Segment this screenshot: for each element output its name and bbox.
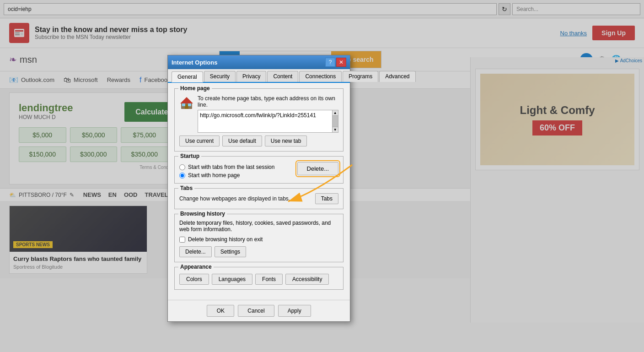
browsing-history-section: Browsing history Delete temporary files,…: [174, 214, 343, 262]
tabs-section: Tabs Change how webpages are displayed i…: [174, 188, 343, 209]
fonts-button[interactable]: Fonts: [255, 274, 283, 285]
appearance-buttons: Colors Languages Fonts Accessibility: [179, 274, 338, 285]
tab-connections[interactable]: Connections: [299, 71, 342, 82]
tab-advanced[interactable]: Advanced: [379, 71, 415, 82]
cancel-button[interactable]: Cancel: [238, 305, 274, 317]
svg-rect-8: [182, 103, 185, 106]
use-default-button[interactable]: Use default: [222, 135, 262, 146]
startup-delete-button[interactable]: Delete...: [297, 162, 338, 175]
dialog-main-content: Home page To create home page tabs, type…: [168, 83, 350, 300]
languages-button[interactable]: Languages: [212, 274, 252, 285]
tab-programs[interactable]: Programs: [343, 71, 378, 82]
dialog-controls: ? ✕: [325, 58, 346, 67]
dialog-title: Internet Options: [172, 59, 217, 66]
history-buttons: Delete... Settings: [179, 246, 338, 257]
tab-general[interactable]: General: [172, 71, 203, 82]
appearance-section: Appearance Colors Languages Fonts Access…: [174, 267, 343, 290]
url-scrollbar: ▲ ▼: [333, 110, 338, 133]
home-page-section-title: Home page: [178, 85, 212, 92]
dialog-close-button[interactable]: ✕: [336, 58, 346, 67]
history-settings-button[interactable]: Settings: [215, 246, 246, 257]
dialog-titlebar: Internet Options ? ✕: [168, 55, 350, 69]
dialog-overlay: Internet Options ? ✕ General Security Pr…: [0, 0, 644, 352]
tabs-description: Change how webpages are displayed in tab…: [179, 195, 290, 202]
svg-marker-6: [180, 97, 193, 103]
dialog-tabs: General Security Privacy Content Connect…: [168, 69, 350, 83]
history-delete-button[interactable]: Delete...: [179, 246, 212, 257]
startup-radios: Start with tabs from the last session St…: [179, 162, 274, 179]
startup-home-radio[interactable]: [179, 173, 185, 179]
ok-button[interactable]: OK: [207, 305, 234, 317]
scroll-up[interactable]: ▲: [333, 110, 338, 116]
tabs-section-title: Tabs: [178, 185, 194, 191]
use-new-tab-button[interactable]: Use new tab: [265, 135, 307, 146]
browsing-history-section-title: Browsing history: [178, 211, 227, 217]
homepage-text-area: To create home page tabs, type each addr…: [198, 95, 338, 133]
tabs-button[interactable]: Tabs: [315, 193, 338, 204]
homepage-inner: To create home page tabs, type each addr…: [179, 95, 338, 133]
svg-rect-9: [188, 103, 191, 106]
scroll-down[interactable]: ▼: [333, 127, 338, 132]
homepage-description: To create home page tabs, type each addr…: [198, 95, 338, 108]
dialog-footer: OK Cancel Apply: [168, 300, 350, 321]
home-icon: [179, 95, 194, 111]
startup-tabs-option[interactable]: Start with tabs from the last session: [179, 164, 274, 170]
homepage-url-wrapper: http://go.microsoft.com/fwlink/p/?LinkId…: [198, 110, 338, 133]
scroll-thumb: [333, 116, 338, 127]
startup-section: Startup Start with tabs from the last se…: [174, 156, 343, 184]
tab-content[interactable]: Content: [267, 71, 298, 82]
apply-button[interactable]: Apply: [278, 305, 311, 317]
homepage-url-input[interactable]: http://go.microsoft.com/fwlink/p/?LinkId…: [198, 110, 333, 133]
delete-on-exit-label: Delete browsing history on exit: [188, 236, 263, 243]
tab-privacy[interactable]: Privacy: [236, 71, 266, 82]
browsing-history-inner: Delete temporary files, history, cookies…: [179, 220, 338, 257]
appearance-section-title: Appearance: [178, 264, 214, 270]
homepage-buttons: Use current Use default Use new tab: [179, 135, 338, 146]
internet-options-dialog: Internet Options ? ✕ General Security Pr…: [167, 55, 350, 322]
tab-security[interactable]: Security: [204, 71, 236, 82]
startup-inner: Start with tabs from the last session St…: [179, 162, 338, 179]
accessibility-button[interactable]: Accessibility: [285, 274, 329, 285]
tabs-row: Change how webpages are displayed in tab…: [179, 193, 338, 204]
use-current-button[interactable]: Use current: [179, 135, 220, 146]
home-page-section: Home page To create home page tabs, type…: [174, 88, 343, 152]
dialog-help-button[interactable]: ?: [325, 58, 335, 67]
history-description: Delete temporary files, history, cookies…: [179, 220, 338, 233]
startup-tabs-label: Start with tabs from the last session: [188, 164, 274, 170]
svg-rect-7: [185, 104, 188, 109]
colors-button[interactable]: Colors: [179, 274, 209, 285]
startup-home-label: Start with home page: [188, 172, 240, 179]
delete-on-exit-checkbox[interactable]: Delete browsing history on exit: [179, 236, 338, 243]
delete-on-exit-input[interactable]: [179, 237, 185, 243]
house-icon: [179, 95, 194, 110]
startup-tabs-radio[interactable]: [179, 164, 185, 170]
startup-section-title: Startup: [178, 153, 201, 159]
startup-home-option[interactable]: Start with home page: [179, 172, 274, 179]
